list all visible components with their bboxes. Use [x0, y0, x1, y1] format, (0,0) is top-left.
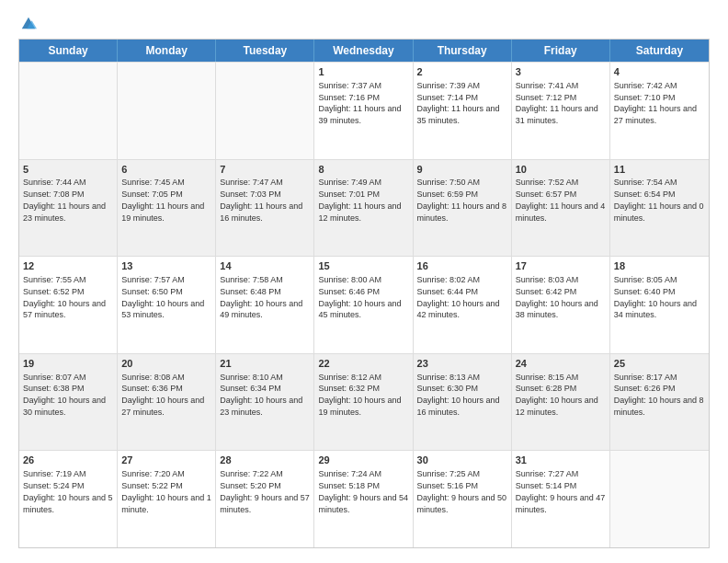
cell-info: Sunrise: 8:08 AM Sunset: 6:36 PM Dayligh… [121, 373, 204, 417]
day-number: 4 [614, 65, 705, 79]
calendar-cell: 28Sunrise: 7:22 AM Sunset: 5:20 PM Dayli… [216, 451, 314, 547]
calendar-cell: 31Sunrise: 7:27 AM Sunset: 5:14 PM Dayli… [512, 451, 610, 547]
calendar-cell [216, 63, 314, 159]
day-number: 15 [318, 259, 408, 273]
calendar-cell: 19Sunrise: 8:07 AM Sunset: 6:38 PM Dayli… [19, 354, 118, 451]
day-number: 12 [23, 259, 113, 273]
calendar-cell: 2Sunrise: 7:39 AM Sunset: 7:14 PM Daylig… [414, 63, 512, 159]
day-number: 22 [318, 357, 408, 371]
calendar-cell [118, 63, 216, 159]
cell-info: Sunrise: 8:02 AM Sunset: 6:44 PM Dayligh… [417, 275, 500, 319]
calendar-cell: 15Sunrise: 8:00 AM Sunset: 6:46 PM Dayli… [314, 257, 413, 353]
day-number: 31 [516, 454, 606, 467]
day-number: 17 [516, 259, 606, 273]
page: SundayMondayTuesdayWednesdayThursdayFrid… [0, 0, 728, 563]
cell-info: Sunrise: 7:50 AM Sunset: 6:59 PM Dayligh… [417, 178, 507, 222]
cell-info: Sunrise: 8:00 AM Sunset: 6:46 PM Dayligh… [318, 275, 401, 319]
cell-info: Sunrise: 7:41 AM Sunset: 7:12 PM Dayligh… [516, 81, 598, 125]
day-number: 18 [614, 259, 705, 273]
calendar-cell: 10Sunrise: 7:52 AM Sunset: 6:57 PM Dayli… [512, 160, 610, 257]
cell-info: Sunrise: 7:22 AM Sunset: 5:20 PM Dayligh… [220, 469, 310, 513]
day-number: 10 [516, 163, 606, 177]
cell-info: Sunrise: 8:05 AM Sunset: 6:40 PM Dayligh… [614, 275, 697, 319]
day-number: 19 [23, 357, 113, 371]
day-number: 2 [417, 65, 507, 79]
day-number: 11 [614, 163, 705, 177]
logo [18, 15, 37, 31]
cell-info: Sunrise: 8:12 AM Sunset: 6:32 PM Dayligh… [318, 373, 401, 417]
cell-info: Sunrise: 8:15 AM Sunset: 6:28 PM Dayligh… [516, 373, 598, 417]
day-number: 6 [121, 163, 211, 177]
calendar-row-3: 12Sunrise: 7:55 AM Sunset: 6:52 PM Dayli… [19, 256, 709, 353]
cell-info: Sunrise: 7:45 AM Sunset: 7:05 PM Dayligh… [121, 178, 204, 222]
cell-info: Sunrise: 8:07 AM Sunset: 6:38 PM Dayligh… [23, 373, 106, 417]
cell-info: Sunrise: 8:10 AM Sunset: 6:34 PM Dayligh… [220, 373, 302, 417]
day-number: 21 [220, 357, 310, 371]
cell-info: Sunrise: 7:20 AM Sunset: 5:22 PM Dayligh… [121, 469, 211, 513]
calendar-row-1: 1Sunrise: 7:37 AM Sunset: 7:16 PM Daylig… [19, 62, 709, 159]
day-number: 20 [121, 357, 211, 371]
calendar-cell: 6Sunrise: 7:45 AM Sunset: 7:05 PM Daylig… [118, 160, 216, 257]
day-header-friday: Friday [512, 40, 610, 62]
cell-info: Sunrise: 7:37 AM Sunset: 7:16 PM Dayligh… [318, 81, 401, 125]
calendar-cell: 8Sunrise: 7:49 AM Sunset: 7:01 PM Daylig… [314, 160, 413, 257]
calendar-cell: 18Sunrise: 8:05 AM Sunset: 6:40 PM Dayli… [610, 257, 709, 353]
day-number: 5 [23, 163, 113, 177]
calendar-cell: 30Sunrise: 7:25 AM Sunset: 5:16 PM Dayli… [414, 451, 512, 547]
day-number: 28 [220, 454, 310, 467]
calendar-body: 1Sunrise: 7:37 AM Sunset: 7:16 PM Daylig… [19, 62, 709, 547]
day-number: 8 [318, 163, 408, 177]
cell-info: Sunrise: 7:44 AM Sunset: 7:08 PM Dayligh… [23, 178, 106, 222]
cell-info: Sunrise: 8:13 AM Sunset: 6:30 PM Dayligh… [417, 373, 500, 417]
calendar-cell [610, 451, 709, 547]
logo-icon [20, 15, 37, 31]
cell-info: Sunrise: 7:54 AM Sunset: 6:54 PM Dayligh… [614, 178, 704, 222]
cell-info: Sunrise: 7:58 AM Sunset: 6:48 PM Dayligh… [220, 275, 302, 319]
day-header-sunday: Sunday [19, 40, 118, 62]
calendar-cell: 26Sunrise: 7:19 AM Sunset: 5:24 PM Dayli… [19, 451, 118, 547]
day-header-thursday: Thursday [414, 40, 512, 62]
calendar-cell: 12Sunrise: 7:55 AM Sunset: 6:52 PM Dayli… [19, 257, 118, 353]
cell-info: Sunrise: 8:03 AM Sunset: 6:42 PM Dayligh… [516, 275, 598, 319]
calendar-row-5: 26Sunrise: 7:19 AM Sunset: 5:24 PM Dayli… [19, 450, 709, 547]
day-header-saturday: Saturday [610, 40, 709, 62]
calendar-row-4: 19Sunrise: 8:07 AM Sunset: 6:38 PM Dayli… [19, 353, 709, 451]
calendar-cell: 25Sunrise: 8:17 AM Sunset: 6:26 PM Dayli… [610, 354, 709, 451]
calendar-cell: 5Sunrise: 7:44 AM Sunset: 7:08 PM Daylig… [19, 160, 118, 257]
day-number: 23 [417, 357, 507, 371]
day-header-wednesday: Wednesday [314, 40, 413, 62]
calendar-cell: 17Sunrise: 8:03 AM Sunset: 6:42 PM Dayli… [512, 257, 610, 353]
day-number: 27 [121, 454, 211, 467]
calendar-cell: 24Sunrise: 8:15 AM Sunset: 6:28 PM Dayli… [512, 354, 610, 451]
cell-info: Sunrise: 7:55 AM Sunset: 6:52 PM Dayligh… [23, 275, 106, 319]
cell-info: Sunrise: 7:39 AM Sunset: 7:14 PM Dayligh… [417, 81, 500, 125]
day-header-tuesday: Tuesday [216, 40, 314, 62]
calendar-cell: 16Sunrise: 8:02 AM Sunset: 6:44 PM Dayli… [414, 257, 512, 353]
day-number: 7 [220, 163, 310, 177]
day-number: 26 [23, 454, 113, 467]
cell-info: Sunrise: 7:27 AM Sunset: 5:14 PM Dayligh… [516, 469, 606, 513]
calendar-cell: 22Sunrise: 8:12 AM Sunset: 6:32 PM Dayli… [314, 354, 413, 451]
day-number: 13 [121, 259, 211, 273]
calendar-cell: 21Sunrise: 8:10 AM Sunset: 6:34 PM Dayli… [216, 354, 314, 451]
day-number: 16 [417, 259, 507, 273]
calendar-header: SundayMondayTuesdayWednesdayThursdayFrid… [19, 40, 709, 62]
day-number: 29 [318, 454, 408, 467]
calendar-cell: 9Sunrise: 7:50 AM Sunset: 6:59 PM Daylig… [414, 160, 512, 257]
cell-info: Sunrise: 7:49 AM Sunset: 7:01 PM Dayligh… [318, 178, 401, 222]
calendar-cell: 1Sunrise: 7:37 AM Sunset: 7:16 PM Daylig… [314, 63, 413, 159]
calendar-cell: 13Sunrise: 7:57 AM Sunset: 6:50 PM Dayli… [118, 257, 216, 353]
calendar-cell: 29Sunrise: 7:24 AM Sunset: 5:18 PM Dayli… [314, 451, 413, 547]
day-number: 24 [516, 357, 606, 371]
calendar-cell: 23Sunrise: 8:13 AM Sunset: 6:30 PM Dayli… [414, 354, 512, 451]
day-number: 14 [220, 259, 310, 273]
calendar-cell: 27Sunrise: 7:20 AM Sunset: 5:22 PM Dayli… [118, 451, 216, 547]
day-number: 1 [318, 65, 408, 79]
calendar-cell: 4Sunrise: 7:42 AM Sunset: 7:10 PM Daylig… [610, 63, 709, 159]
calendar-cell [19, 63, 118, 159]
day-number: 9 [417, 163, 507, 177]
calendar: SundayMondayTuesdayWednesdayThursdayFrid… [18, 39, 710, 548]
cell-info: Sunrise: 7:42 AM Sunset: 7:10 PM Dayligh… [614, 81, 697, 125]
cell-info: Sunrise: 7:47 AM Sunset: 7:03 PM Dayligh… [220, 178, 302, 222]
day-number: 25 [614, 357, 705, 371]
